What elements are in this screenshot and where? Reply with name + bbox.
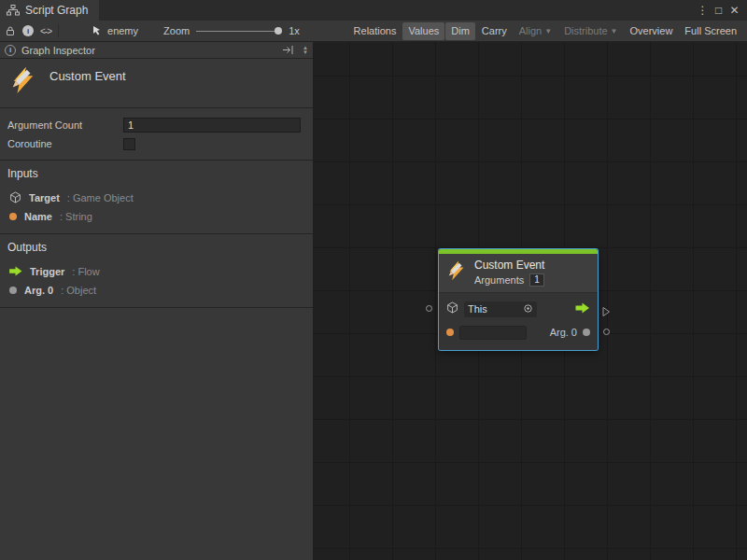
window-maximize-icon[interactable]: □: [711, 0, 726, 21]
relations-button[interactable]: Relations: [348, 22, 402, 40]
event-fields: Argument Count Coroutine: [0, 108, 313, 161]
graph-breadcrumb[interactable]: enemy: [92, 25, 138, 36]
cube-icon: [9, 191, 21, 205]
toolbar-buttons: Relations Values Dim Carry Align ▼ Distr…: [348, 22, 742, 40]
event-header: Custom Event: [0, 59, 313, 108]
target-object-field[interactable]: This: [464, 301, 537, 317]
event-name-input[interactable]: [459, 326, 527, 340]
event-title: Custom Event: [49, 69, 126, 83]
coroutine-checkbox[interactable]: [123, 138, 135, 150]
inputs-section: Inputs Target : Game Object Name : Strin…: [0, 161, 313, 234]
coroutine-label: Coroutine: [7, 138, 123, 149]
arg0-label: Arg. 0: [550, 327, 577, 338]
zoom-label: Zoom: [163, 25, 190, 36]
distribute-label: Distribute: [564, 25, 607, 36]
trigger-connection-port[interactable]: [602, 304, 611, 321]
port-type: : String: [60, 211, 92, 222]
inspector-empty-area: [0, 308, 313, 560]
port-name: Name: [24, 211, 52, 222]
graph-inspector-panel: i Graph Inspector ▲ ▼: [0, 42, 314, 560]
output-row-trigger: Trigger : Flow: [7, 262, 305, 281]
align-label: Align: [519, 25, 542, 36]
tab-label: Script Graph: [25, 4, 88, 17]
dock-panel-icon[interactable]: [282, 45, 294, 55]
graph-toolbar: i <-> enemy Zoom 1x Relations Values Dim…: [0, 21, 747, 42]
input-row-target: Target : Game Object: [7, 189, 305, 207]
window-menu-icon[interactable]: ⋮: [695, 0, 711, 21]
unity-script-graph-window: Script Graph ⋮ □ ✕ i <-> enemy Zoom 1x: [0, 0, 747, 560]
tab-script-graph[interactable]: Script Graph: [0, 0, 99, 21]
inspector-title: Graph Inspector: [21, 45, 95, 56]
values-button[interactable]: Values: [402, 22, 444, 40]
node-header[interactable]: Custom Event Arguments 1: [439, 254, 598, 292]
node-arguments-row: Arguments 1: [474, 273, 544, 287]
chevron-down-icon: ▼: [611, 27, 618, 35]
custom-event-icon: [9, 66, 37, 96]
info-icon: i: [5, 45, 16, 56]
trigger-port-icon[interactable]: [575, 301, 590, 317]
arg0-port-icon[interactable]: [583, 329, 590, 336]
chevron-down-icon: ▼: [544, 27, 552, 35]
node-body: This Arg. 0: [439, 292, 598, 350]
zoom-slider[interactable]: [196, 26, 282, 35]
code-icon[interactable]: <->: [40, 26, 51, 36]
custom-event-icon: [446, 260, 467, 285]
toolbar-separator: [58, 24, 59, 37]
outputs-section: Outputs Trigger : Flow Arg. 0 : Object: [0, 234, 313, 308]
inspector-header: i Graph Inspector ▲ ▼: [0, 42, 313, 59]
overview-button[interactable]: Overview: [625, 22, 679, 40]
output-row-arg0: Arg. 0 : Object: [7, 281, 305, 300]
dim-button[interactable]: Dim: [445, 22, 475, 40]
node-row-name: Arg. 0: [446, 323, 590, 342]
target-connection-port[interactable]: [426, 305, 432, 312]
main-area: i Graph Inspector ▲ ▼: [0, 42, 747, 560]
name-port-icon[interactable]: [446, 329, 454, 336]
spin-down-icon[interactable]: ▼: [303, 50, 308, 55]
arguments-label: Arguments: [474, 274, 524, 286]
argument-count-input[interactable]: [123, 118, 301, 133]
info-icon[interactable]: i: [22, 25, 34, 36]
node-row-target: This: [446, 300, 590, 318]
custom-event-node[interactable]: Custom Event Arguments 1: [439, 249, 598, 350]
zoom-slider-knob[interactable]: [275, 27, 282, 35]
distribute-button[interactable]: Distribute ▼: [558, 22, 623, 40]
coroutine-row: Coroutine: [7, 134, 301, 153]
window-titlebar: Script Graph ⋮ □ ✕: [0, 0, 747, 21]
graph-pointer-icon: [92, 25, 103, 36]
cube-icon: [446, 301, 458, 317]
node-title: Custom Event: [474, 259, 544, 272]
object-dot-icon: [9, 287, 17, 294]
window-controls: ⋮ □ ✕: [695, 0, 747, 21]
input-row-name: Name : String: [7, 207, 305, 226]
string-dot-icon: [9, 213, 17, 220]
port-name: Trigger: [30, 266, 64, 277]
carry-button[interactable]: Carry: [476, 22, 513, 40]
port-type: : Flow: [72, 266, 99, 277]
port-name: Target: [29, 192, 60, 203]
full-screen-button[interactable]: Full Screen: [679, 22, 742, 40]
object-picker-icon[interactable]: [523, 303, 533, 315]
port-type: : Object: [61, 285, 96, 296]
argument-count-row: Argument Count: [7, 116, 301, 134]
port-type: : Game Object: [67, 192, 134, 203]
arg0-connection-port[interactable]: [603, 329, 610, 335]
target-value: This: [468, 303, 487, 315]
pane-spinner[interactable]: ▲ ▼: [300, 46, 311, 55]
zoom-value: 1x: [289, 25, 300, 36]
flow-arrow-icon: [9, 266, 22, 278]
script-graph-icon: [7, 5, 20, 16]
argument-count-label: Argument Count: [7, 119, 123, 131]
arguments-count-field[interactable]: 1: [529, 273, 544, 287]
graph-name-label: enemy: [107, 25, 138, 36]
graph-canvas[interactable]: Custom Event Arguments 1: [314, 42, 747, 560]
outputs-title: Outputs: [7, 241, 305, 254]
port-name: Arg. 0: [24, 285, 53, 296]
align-button[interactable]: Align ▼: [514, 22, 557, 40]
lock-icon[interactable]: [5, 25, 16, 36]
inputs-title: Inputs: [7, 167, 305, 180]
zoom-slider-track: [196, 31, 282, 32]
window-close-icon[interactable]: ✕: [726, 0, 742, 21]
